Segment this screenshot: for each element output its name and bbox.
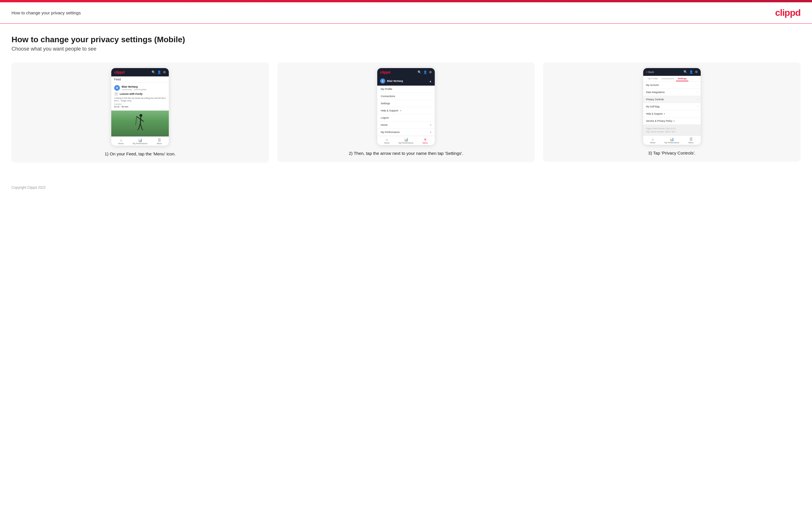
settings-icon-3: ⚙ — [695, 70, 698, 74]
settings-icon-2: ⚙ — [429, 70, 432, 74]
menu-chevron-up: ▲ — [429, 79, 432, 83]
feed-duration-label: Duration — [114, 103, 166, 105]
bottom-nav-close-2[interactable]: ✕ Menu — [415, 136, 435, 145]
tab-connections[interactable]: Connections — [660, 76, 676, 81]
performance-icon-1: 📊 — [138, 138, 142, 142]
menu-item-logout[interactable]: Logout — [377, 114, 435, 121]
bottom-nav-home-2[interactable]: ⌂ Home — [377, 136, 397, 145]
feed-avatar: B — [114, 85, 120, 91]
user-icon-3: 👤 — [689, 70, 693, 74]
top-accent-bar — [0, 0, 812, 2]
app-header-1: clippd 🔍 👤 ⚙ — [111, 68, 169, 76]
menu-item-settings[interactable]: Settings — [377, 100, 435, 107]
mygolfbag-label: My Golf Bag — [646, 105, 660, 108]
feed-lesson-desc: Looking to feel like my hands are exitin… — [114, 97, 166, 102]
search-icon-3: 🔍 — [683, 70, 688, 74]
menu-icon-1: ☰ — [158, 138, 161, 142]
menu-label-3: Menu — [689, 142, 694, 144]
feed-post: B Blair McHarg Yesterday · Sunningdale 📋… — [111, 83, 169, 111]
feed-bar: Feed — [111, 76, 169, 83]
settings-row-helpsupport[interactable]: Help & Support ↗ — [643, 110, 701, 117]
performance-label-3: My Performance — [664, 142, 679, 144]
menu-item-myperformance[interactable]: My Performance ▾ — [377, 129, 435, 136]
page-subheading: Choose what you want people to see — [11, 46, 801, 52]
svg-line-1 — [140, 117, 141, 123]
svg-point-0 — [140, 114, 142, 117]
tab-myprofile[interactable]: My Profile — [646, 76, 660, 81]
menu-item-myprofile[interactable]: My Profile — [377, 86, 435, 93]
card-2-caption: 2) Then, tap the arrow next to your name… — [349, 150, 463, 156]
home-icon-2: ⌂ — [386, 137, 388, 142]
helpsupport-label: Help & Support ↗ — [646, 112, 665, 115]
menu-item-connections[interactable]: Connections — [377, 93, 435, 100]
settings-row-serviceprivacy[interactable]: Service & Privacy Policy ↗ — [643, 117, 701, 125]
home-label-1: Home — [118, 143, 123, 145]
bottom-nav-2: ⌂ Home 📊 My Performance ✕ Menu — [377, 136, 435, 145]
user-icon-2: 👤 — [423, 70, 427, 74]
page-heading: How to change your privacy settings (Mob… — [11, 35, 801, 44]
bottom-nav-1: ⌂ Home 📊 My Performance ☰ Menu — [111, 136, 169, 146]
header: How to change your privacy settings clip… — [0, 2, 812, 23]
privacycontrols-label: Privacy Controls — [646, 98, 664, 101]
bottom-nav-performance-3[interactable]: 📊 My Performance — [662, 136, 681, 145]
feed-lesson-title: Lesson with Fordy — [119, 93, 143, 95]
svg-line-2 — [137, 116, 140, 119]
serviceprivacy-label: Service & Privacy Policy ↗ — [646, 119, 675, 122]
feed-golf-image — [111, 111, 169, 136]
bottom-nav-menu-1[interactable]: ☰ Menu — [150, 137, 169, 146]
card-3-caption: 3) Tap 'Privacy Controls'. — [648, 150, 696, 156]
close-label-2: Menu — [423, 142, 428, 144]
bottom-nav-performance-1[interactable]: 📊 My Performance — [131, 137, 150, 146]
bottom-nav-home-3[interactable]: ⌂ Home — [643, 136, 662, 145]
bottom-nav-performance-2[interactable]: 📊 My Performance — [397, 136, 416, 145]
copyright: Copyright Clippd 2022 — [11, 185, 46, 189]
user-icon-1: 👤 — [157, 70, 161, 74]
external-link-icon-2a: ↗ — [400, 110, 401, 112]
myaccount-label: My Account — [646, 83, 659, 87]
svg-line-6 — [140, 123, 142, 129]
settings-row-privacycontrols[interactable]: Privacy Controls › — [643, 96, 701, 103]
performance-label-2: My Performance — [399, 142, 413, 144]
feed-user-row: B Blair McHarg Yesterday · Sunningdale — [114, 85, 166, 91]
menu-list: My Profile Connections Settings Help & S… — [377, 86, 435, 136]
settings-tabs: My Profile Connections Settings — [643, 76, 701, 81]
settings-icon-1: ⚙ — [163, 70, 166, 74]
main-content: How to change your privacy settings (Mob… — [0, 23, 812, 180]
app-header-2: clippd 🔍 👤 ⚙ — [377, 68, 435, 76]
menu-item-helpsupport[interactable]: Help & Support ↗ — [377, 107, 435, 114]
chevron-down-icon-performance: ▾ — [430, 131, 431, 133]
settings-row-myaccount[interactable]: My Account › — [643, 81, 701, 89]
home-label-2: Home — [384, 142, 390, 144]
menu-label-1: Menu — [157, 143, 162, 145]
phone-mockup-2: clippd 🔍 👤 ⚙ B Blair McHarg ▲ — [377, 68, 435, 145]
close-icon-2: ✕ — [424, 137, 427, 142]
app-logo-1: clippd — [114, 70, 124, 74]
feed-username: Blair McHarg — [121, 85, 146, 88]
chevron-right-mygolfbag: › — [697, 105, 698, 108]
tab-settings[interactable]: Settings — [676, 76, 689, 81]
menu-user-info: B Blair McHarg — [380, 78, 403, 83]
feed-user-info: Blair McHarg Yesterday · Sunningdale — [121, 85, 146, 91]
menu-avatar: B — [380, 78, 385, 83]
chevron-right-myaccount: › — [697, 83, 698, 87]
logo: clippd — [775, 7, 801, 18]
card-1-caption: 1) On your Feed, tap the 'Menu' icon. — [105, 151, 176, 157]
bottom-nav-menu-3[interactable]: ☰ Menu — [681, 136, 701, 145]
cards-row: clippd 🔍 👤 ⚙ Feed B Blair M — [11, 62, 801, 163]
feed-lesson-icon: 📋 — [114, 92, 118, 96]
svg-line-8 — [142, 129, 143, 130]
search-icon-1: 🔍 — [152, 70, 156, 74]
feed-date: Yesterday · Sunningdale — [121, 88, 146, 91]
bottom-nav-3: ⌂ Home 📊 My Performance ☰ Menu — [643, 135, 701, 145]
feed-content: B Blair McHarg Yesterday · Sunningdale 📋… — [111, 83, 169, 136]
bottom-nav-home-1[interactable]: ⌂ Home — [111, 137, 131, 146]
version-server: GQL Server Version: 2022.7.30-1 — [646, 130, 698, 133]
settings-row-mygolfbag[interactable]: My Golf Bag › — [643, 103, 701, 110]
performance-label-1: My Performance — [133, 143, 148, 145]
menu-item-home[interactable]: Home ▾ — [377, 121, 435, 129]
performance-icon-2: 📊 — [404, 137, 408, 142]
back-button[interactable]: < Back — [646, 71, 654, 73]
menu-performance-label: My Performance — [381, 131, 400, 133]
feed-duration-value: 01 hr : 30 min — [114, 105, 166, 108]
settings-row-dataintegrations[interactable]: Data Integrations › — [643, 89, 701, 96]
